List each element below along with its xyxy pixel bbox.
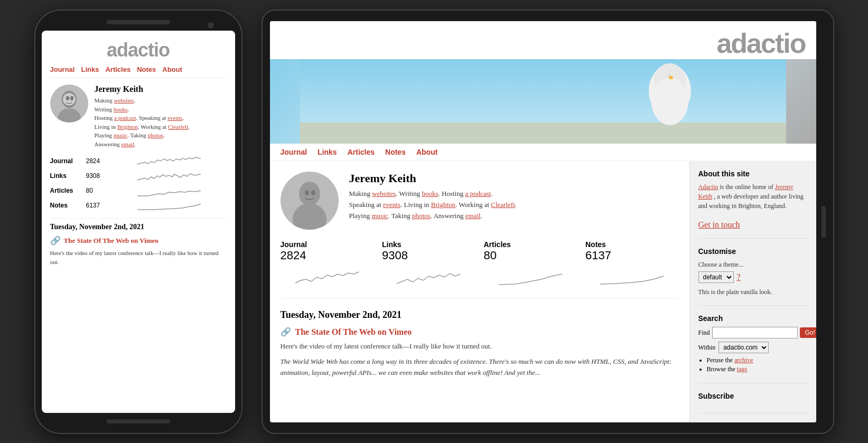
tablet-stat-articles-count: 80 (484, 249, 577, 262)
tablet-profile-text: Jeremy Keith Making websites. Writing bo… (349, 172, 517, 221)
tablet-screen: adactio (270, 21, 816, 422)
phone-link-icon: 🔗 (50, 235, 61, 246)
sidebar-browse-links: Peruse the archive Browse the tags (698, 356, 808, 373)
sidebar-about-text: Adactio is the online home of Jeremy Kei… (698, 182, 808, 211)
phone-nav: Journal Links Articles Notes About (50, 65, 227, 78)
tablet-device: adactio (263, 11, 833, 433)
phone-screen: adactio Journal Links Articles Notes Abo… (42, 31, 235, 413)
phone-stat-notes-label: Notes (50, 202, 82, 209)
tablet-bio-websites-link[interactable]: websites (372, 190, 396, 197)
tablet-article-quote: The World Wide Web has come a long way i… (281, 356, 679, 379)
phone-author-name: Jeremy Keith (95, 84, 190, 94)
phone-stat-articles: Articles 80 (50, 184, 227, 197)
tablet-bio-podcast-link[interactable]: a podcast (465, 190, 491, 197)
tablet-hero-image (270, 59, 816, 144)
sidebar-theme-hint-link[interactable]: ? (737, 272, 741, 282)
sidebar-about-text-post: , a web developer and author living and … (698, 193, 804, 210)
svg-point-12 (651, 78, 688, 125)
tablet-bio-brighton-link[interactable]: Brighton (431, 201, 455, 209)
tablet-author-name: Jeremy Keith (349, 172, 517, 185)
tablet-bio-clearleft-link[interactable]: Clearleft (491, 201, 515, 209)
sidebar-tags-item: Browse the tags (707, 365, 808, 373)
sidebar-get-in-touch-link[interactable]: Get in touch (698, 220, 740, 229)
sidebar-within-select[interactable]: adactio.com (718, 342, 769, 353)
tablet-sparkline-articles (484, 265, 577, 286)
phone-bio-photos-link[interactable]: photos (148, 132, 163, 138)
phone-stat-links-count: 9308 (86, 172, 107, 180)
sidebar-theme-description: This is the plain vanilla look. (698, 287, 808, 297)
tablet-nav-journal[interactable]: Journal (281, 148, 307, 156)
phone-bio-events-link[interactable]: events (167, 115, 182, 121)
phone-bio: Making websites. Writing books. Hosting … (95, 96, 190, 148)
svg-rect-7 (300, 122, 786, 144)
phone-date: Tuesday, November 2nd, 2021 (50, 218, 227, 231)
tablet-logo: adactio (716, 30, 805, 57)
tablet-content: adactio (270, 21, 816, 422)
phone-home-button[interactable] (107, 419, 170, 423)
phone-sparkline-articles (111, 184, 227, 197)
sidebar-theme-row: default ? (698, 271, 808, 283)
tablet-sparkline-links (382, 265, 475, 286)
phone-stat-journal: Journal 2824 (50, 155, 227, 167)
phone-nav-about[interactable]: About (162, 65, 182, 73)
tablet-bio-email-link[interactable]: email (465, 212, 481, 220)
tablet-bio-events-link[interactable]: events (383, 201, 400, 209)
phone-bio-podcast-link[interactable]: a podcast (114, 115, 136, 121)
phone-bio-books-link[interactable]: books (114, 106, 127, 112)
tablet-side-button (822, 206, 826, 238)
phone-stats: Journal 2824 Links 9308 Articles 80 (50, 155, 227, 212)
phone-device: adactio Journal Links Articles Notes Abo… (35, 11, 241, 433)
sidebar-subscribe-section: Subscribe (698, 392, 808, 413)
sidebar-tags-link[interactable]: tags (737, 365, 747, 373)
svg-point-17 (305, 190, 309, 195)
tablet-nav-about[interactable]: About (416, 148, 437, 156)
tablet-nav-notes[interactable]: Notes (385, 148, 406, 156)
phone-stat-articles-count: 80 (86, 187, 107, 194)
tablet-avatar (281, 172, 339, 230)
tablet-article-title-link[interactable]: The State Of The Web on Vimeo (295, 327, 412, 337)
sidebar-subscribe-title: Subscribe (698, 392, 808, 400)
phone-stat-journal-count: 2824 (86, 157, 107, 165)
tablet-stat-notes-count: 6137 (585, 249, 679, 262)
phone-nav-notes[interactable]: Notes (137, 65, 156, 73)
phone-article-excerpt: Here's the video of my latest conference… (50, 249, 227, 266)
phone-bio-clearleft-link[interactable]: Clearleft (168, 124, 188, 130)
svg-rect-13 (669, 76, 673, 79)
phone-sparkline-notes (111, 199, 227, 212)
phone-nav-articles[interactable]: Articles (105, 65, 130, 73)
phone-content: adactio Journal Links Articles Notes Abo… (42, 31, 235, 413)
tablet-bio: Making websites. Writing books. Hosting … (349, 188, 517, 221)
sidebar-adactio-link[interactable]: Adactio (698, 183, 718, 191)
sidebar-archive-link[interactable]: archive (734, 356, 753, 364)
sidebar-search-find-label: Find (698, 329, 710, 337)
search-input[interactable] (712, 327, 798, 338)
tablet-stat-journal-count: 2824 (281, 249, 374, 262)
sidebar-theme-select[interactable]: default (698, 271, 734, 283)
phone-stat-notes-count: 6137 (86, 202, 107, 209)
tablet-bio-books-link[interactable]: books (422, 190, 438, 197)
tablet-stat-notes-label: Notes (585, 240, 679, 249)
phone-profile-text: Jeremy Keith Making websites. Writing bo… (95, 84, 190, 148)
phone-nav-links[interactable]: Links (81, 65, 99, 73)
search-button[interactable]: Go! (800, 327, 816, 338)
tablet-article-excerpt: Here's the video of my latest conference… (281, 341, 679, 352)
tablet-bio-photos-link[interactable]: photos (412, 212, 431, 220)
phone-article-header: 🔗 The State Of The Web on Vimeo (50, 235, 227, 246)
phone-bio-brighton-link[interactable]: Brighton (117, 124, 138, 130)
tablet-bio-music-link[interactable]: music (371, 212, 388, 220)
sidebar-search-row: Find Go! (698, 327, 808, 338)
phone-bio-email-link[interactable]: email (122, 141, 134, 147)
tablet-sparkline-journal (281, 265, 374, 286)
sidebar-about-section: About this site Adactio is the online ho… (698, 169, 808, 239)
tablet-nav-articles[interactable]: Articles (348, 148, 375, 156)
phone-bio-websites-link[interactable]: websites (114, 97, 134, 103)
tablet-stat-articles-label: Articles (484, 240, 577, 249)
phone-camera (208, 22, 214, 29)
phone-nav-journal[interactable]: Journal (50, 65, 75, 73)
tablet-nav: Journal Links Articles Notes About (270, 144, 816, 161)
phone-article-title-link[interactable]: The State Of The Web on Vimeo (64, 237, 158, 245)
tablet-nav-links[interactable]: Links (318, 148, 337, 156)
tablet-sparkline-notes (585, 265, 679, 286)
phone-bio-music-link[interactable]: music (114, 132, 127, 138)
svg-point-4 (66, 96, 69, 100)
